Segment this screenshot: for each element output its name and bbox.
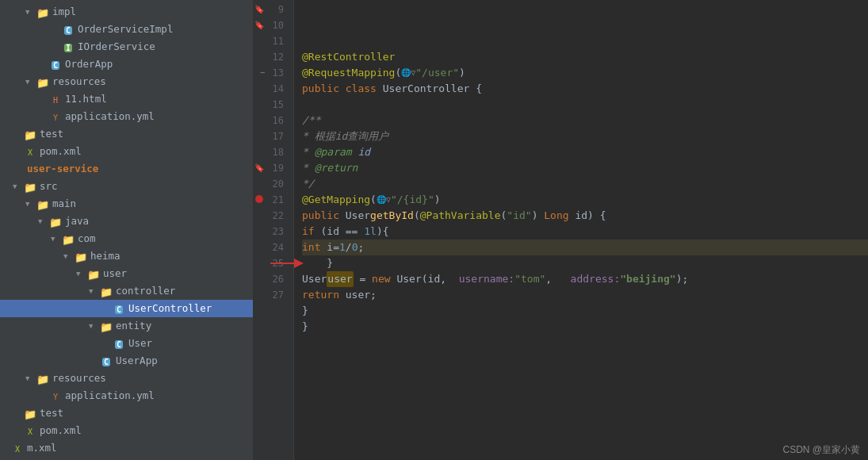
tree-item-entity-folder[interactable]: ▼📁entity bbox=[0, 317, 253, 335]
file-tree[interactable]: ▼📁implCOrderServiceImplIIOrderServiceCOr… bbox=[0, 0, 254, 460]
gutter-line-14: 14 bbox=[254, 81, 287, 97]
tree-item-com-folder[interactable]: ▼📁com bbox=[0, 230, 253, 247]
line-number: 11 bbox=[268, 33, 284, 49]
tree-icon-folder: 📁 bbox=[36, 197, 49, 210]
tree-item-user-controller[interactable]: CUserController bbox=[0, 300, 253, 317]
code-line-22: } bbox=[302, 255, 868, 271]
gutter-line-17: 17 bbox=[254, 128, 287, 144]
line-number: 12 bbox=[268, 49, 284, 65]
line-number: 22 bbox=[268, 208, 284, 224]
tree-item-application-yml1[interactable]: Yapplication.yml bbox=[0, 108, 253, 125]
tree-item-controller-folder[interactable]: ▼📁controller bbox=[0, 282, 253, 300]
tree-icon-folder: 📁 bbox=[24, 180, 36, 193]
tree-item-user-folder[interactable]: ▼📁user bbox=[0, 265, 253, 282]
code-line-27 bbox=[302, 335, 868, 351]
tree-label: heima bbox=[90, 248, 120, 264]
tree-label: UserController bbox=[128, 301, 212, 316]
tree-label: 11.html bbox=[65, 91, 107, 107]
tree-icon-folder: 📁 bbox=[36, 75, 49, 88]
tree-item-pom-xml1[interactable]: Xpom.xml bbox=[0, 143, 253, 160]
gutter-line-9: 🔖9 bbox=[254, 2, 287, 17]
gutter-line-12: 12 bbox=[254, 49, 287, 65]
tree-item-pom-xml2[interactable]: Xpom.xml bbox=[0, 422, 253, 439]
tree-label: User bbox=[128, 335, 152, 351]
tree-label: resources bbox=[52, 370, 106, 386]
code-line-23: User user = new User(id, username: "tom"… bbox=[302, 271, 868, 287]
breakpoint-icon[interactable] bbox=[255, 192, 265, 208]
tree-label: controller bbox=[116, 283, 175, 299]
tree-icon-folder: 📁 bbox=[24, 128, 36, 140]
tree-icon-folder: 📁 bbox=[36, 6, 49, 18]
tree-icon-html: H bbox=[49, 93, 62, 105]
tree-item-user-service-label[interactable]: user-service bbox=[0, 160, 253, 178]
tree-arrow: ▼ bbox=[13, 178, 24, 194]
tree-label: test bbox=[40, 126, 63, 142]
tree-arrow: ▼ bbox=[51, 231, 62, 247]
gutter-line-22: 22 bbox=[254, 208, 287, 224]
line-number: 17 bbox=[268, 128, 284, 144]
tree-item-test2-folder[interactable]: 📁test bbox=[0, 404, 253, 422]
line-number: 23 bbox=[268, 224, 284, 240]
tree-item-user-app[interactable]: CUserApp bbox=[0, 352, 253, 370]
gutter-line-16: 16 bbox=[254, 113, 287, 128]
tree-item-src-folder[interactable]: ▼📁src bbox=[0, 178, 253, 195]
tree-item-impl-folder[interactable]: ▼📁impl bbox=[0, 3, 253, 21]
tree-arrow: ▼ bbox=[63, 248, 75, 264]
code-line-16: * @return bbox=[302, 160, 868, 176]
tree-arrow: ▼ bbox=[38, 213, 49, 229]
tree-item-user-class[interactable]: CUser bbox=[0, 335, 253, 352]
tree-arrow: ▼ bbox=[25, 370, 36, 386]
tree-item-ext-libraries[interactable]: ▼📁External Libraries bbox=[0, 457, 253, 460]
line-number: 13 bbox=[268, 65, 284, 81]
tree-item-iorder-service[interactable]: IIOrderService bbox=[0, 38, 253, 56]
code-line-10: @RequestMapping(🌐▽"/user") bbox=[302, 65, 868, 81]
gutter-line-18: 18 bbox=[254, 144, 287, 160]
tree-item-resources2-folder[interactable]: ▼📁resources bbox=[0, 370, 253, 387]
tree-item-resources1-folder[interactable]: ▼📁resources bbox=[0, 73, 253, 90]
line-number: 9 bbox=[268, 2, 284, 17]
bookmark-icon: 🔖 bbox=[254, 2, 265, 17]
tree-icon-folder: 📁 bbox=[62, 232, 75, 245]
tree-arrow: ▼ bbox=[76, 266, 87, 282]
tree-icon-bold bbox=[11, 163, 24, 175]
gutter-line-11: 11 bbox=[254, 33, 287, 49]
tree-label: test bbox=[40, 405, 63, 421]
tree-icon-java-c: C bbox=[100, 355, 113, 367]
tree-item-html-file[interactable]: H11.html bbox=[0, 90, 253, 108]
tree-icon-java-c: C bbox=[49, 58, 62, 71]
tree-arrow: ▼ bbox=[25, 4, 36, 20]
code-line-11: public class UserController { bbox=[302, 81, 868, 97]
gutter-line-26: 26 bbox=[254, 271, 287, 287]
tree-icon-folder: 📁 bbox=[36, 372, 49, 385]
gutter-line-27: 27 bbox=[254, 287, 287, 303]
tree-label: OrderServiceImpl bbox=[78, 21, 173, 37]
fold-icon[interactable]: − bbox=[260, 65, 265, 81]
tree-icon-xml: X bbox=[24, 424, 36, 437]
line-number: 15 bbox=[268, 97, 284, 113]
tree-icon-java-c: C bbox=[113, 302, 125, 315]
tree-arrow: ▼ bbox=[25, 74, 36, 90]
tree-item-heima-folder[interactable]: ▼📁heima bbox=[0, 247, 253, 265]
tree-icon-folder: 📁 bbox=[75, 250, 87, 263]
tree-item-order-service-impl[interactable]: COrderServiceImpl bbox=[0, 21, 253, 38]
gutter-line-10: 🔖10 bbox=[254, 17, 287, 33]
tree-item-main-folder[interactable]: ▼📁main bbox=[0, 195, 253, 213]
tree-item-order-app[interactable]: COrderApp bbox=[0, 56, 253, 73]
tree-icon-folder: 📁 bbox=[87, 267, 100, 280]
tree-item-m-xml[interactable]: Xm.xml bbox=[0, 439, 253, 457]
code-line-12 bbox=[302, 97, 868, 113]
tree-label: m.xml bbox=[27, 440, 57, 456]
gutter-line-20: 20 bbox=[254, 176, 287, 192]
line-number: 26 bbox=[268, 271, 284, 287]
line-number: 19 bbox=[268, 160, 284, 176]
tree-item-test1-folder[interactable]: 📁test bbox=[0, 125, 253, 143]
line-gutter: 🔖9🔖101112−131415161718🔖19202122232425262… bbox=[254, 0, 294, 460]
tree-label: application.yml bbox=[65, 388, 155, 404]
tree-label: impl bbox=[52, 4, 76, 20]
tree-item-application-yml2[interactable]: Yapplication.yml bbox=[0, 387, 253, 404]
tree-arrow: ▼ bbox=[89, 283, 100, 299]
tree-item-java-folder[interactable]: ▼📁java bbox=[0, 213, 253, 230]
gutter-line-24: 24 bbox=[254, 240, 287, 255]
bookmark-icon: 🔖 bbox=[254, 17, 265, 33]
tree-label: src bbox=[40, 178, 58, 194]
